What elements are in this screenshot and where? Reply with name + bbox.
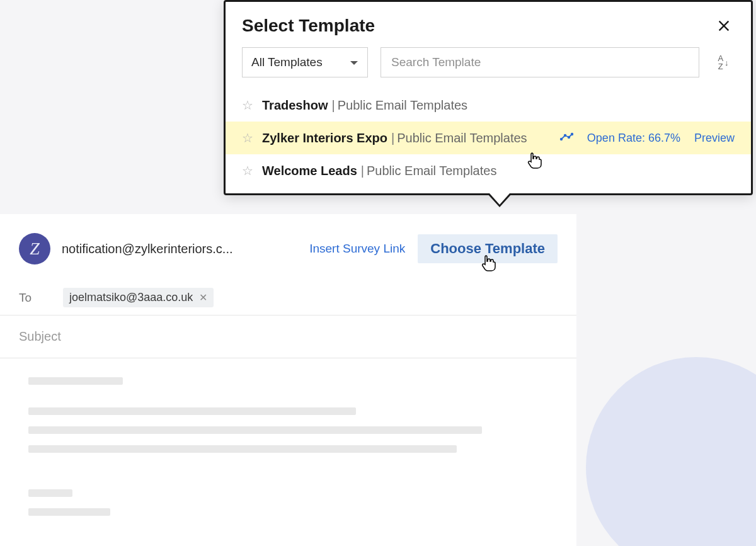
cursor-icon	[527, 152, 543, 171]
separator: |	[331, 98, 335, 113]
to-label: To	[19, 291, 63, 305]
popover-title: Select Template	[242, 16, 375, 36]
placeholder-line	[28, 426, 482, 434]
template-list: ☆ Tradeshow | Public Email Templates ☆ Z…	[226, 89, 751, 193]
cursor-icon	[481, 254, 497, 273]
preview-link[interactable]: Preview	[694, 132, 735, 145]
star-icon[interactable]: ☆	[242, 130, 253, 145]
email-header: Z notification@zylkerinteriors.c... Inse…	[0, 227, 576, 271]
close-icon[interactable]	[716, 18, 732, 34]
placeholder-line	[28, 407, 356, 415]
remove-chip-icon[interactable]: ✕	[199, 292, 207, 304]
chevron-down-icon	[350, 55, 358, 69]
from-address: notification@zylkerinteriors.c...	[62, 242, 309, 256]
subject-input[interactable]: Subject	[0, 316, 576, 358]
template-folder: Public Email Templates	[338, 98, 467, 113]
popover-controls: All Templates AZ ↓	[226, 47, 751, 89]
template-name: Welcome Leads	[262, 164, 357, 178]
template-name: Tradeshow	[262, 98, 328, 113]
template-name: Zylker Interiors Expo	[262, 131, 387, 145]
template-folder: Public Email Templates	[367, 164, 496, 178]
popover-tail	[487, 193, 512, 207]
template-filter-dropdown[interactable]: All Templates	[242, 47, 368, 77]
avatar: Z	[19, 233, 50, 264]
decorative-shape	[586, 357, 756, 546]
email-body-placeholder	[0, 358, 576, 546]
separator: |	[361, 164, 364, 178]
select-template-popover: Select Template All Templates AZ ↓ ☆ Tra…	[224, 0, 753, 195]
template-row-welcome[interactable]: ☆ Welcome Leads | Public Email Templates	[226, 154, 751, 187]
placeholder-line	[28, 445, 457, 453]
header-actions: Insert Survey Link Choose Template	[309, 234, 558, 263]
separator: |	[391, 131, 394, 145]
template-row-zylker[interactable]: ☆ Zylker Interiors Expo | Public Email T…	[226, 122, 751, 154]
recipient-email: joelmatsiko@3aaa.co.uk	[69, 291, 193, 304]
insert-survey-link[interactable]: Insert Survey Link	[309, 242, 405, 256]
template-row-tradeshow[interactable]: ☆ Tradeshow | Public Email Templates	[226, 89, 751, 122]
dropdown-label: All Templates	[251, 55, 323, 69]
popover-header: Select Template	[226, 2, 751, 47]
to-row: To joelmatsiko@3aaa.co.uk ✕	[0, 280, 576, 316]
sort-az-icon[interactable]: AZ ↓	[712, 51, 735, 74]
placeholder-line	[28, 508, 110, 516]
open-rate-text: Open Rate: 66.7%	[587, 132, 680, 145]
choose-template-button[interactable]: Choose Template	[418, 234, 558, 263]
star-icon[interactable]: ☆	[242, 98, 253, 113]
search-template-input[interactable]	[381, 47, 699, 77]
analytics-icon	[559, 132, 573, 144]
placeholder-line	[28, 377, 123, 385]
template-folder: Public Email Templates	[397, 131, 527, 145]
placeholder-line	[28, 489, 72, 497]
star-icon[interactable]: ☆	[242, 163, 253, 178]
email-compose-panel: Z notification@zylkerinteriors.c... Inse…	[0, 214, 576, 546]
template-row-actions: Open Rate: 66.7% Preview	[559, 132, 735, 145]
recipient-chip[interactable]: joelmatsiko@3aaa.co.uk ✕	[63, 288, 214, 307]
